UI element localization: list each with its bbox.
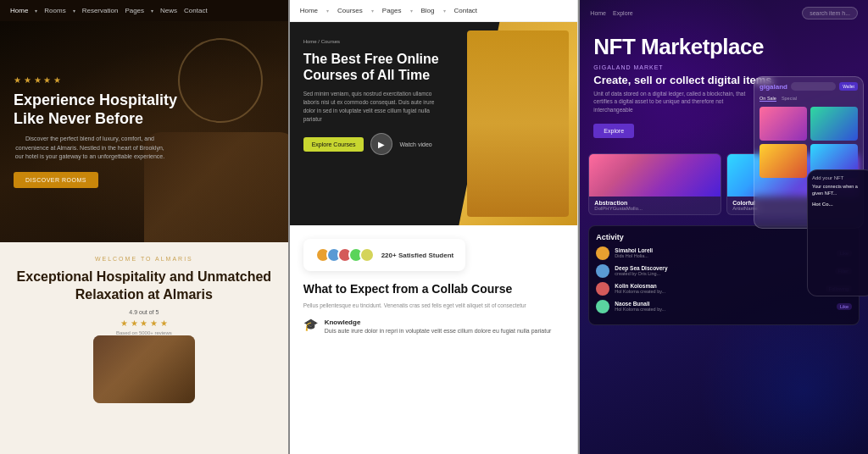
nft-tablet-card-2[interactable]: [810, 107, 858, 141]
nft-activity-name-2: Deep Sea Discovery: [615, 265, 829, 271]
nft-tablet-nav: On Sale Special: [760, 96, 858, 102]
courses-hero-description: Sed minim veniam, quis nostrud exercitat…: [303, 90, 448, 123]
nft-tablet-grid: [760, 107, 858, 178]
hotel-hero-title: Experience Hospitality Like Never Before: [14, 91, 183, 128]
hotel-nav-home[interactable]: Home: [10, 7, 28, 14]
hotel-nav-news[interactable]: News: [160, 7, 177, 14]
hotel-nav-chevron1: ▾: [35, 8, 37, 14]
nft-activity-avatar-1: [596, 246, 609, 260]
nft-activity-info-3: Kolin Kolosman Hol Koloma created by...: [615, 283, 820, 294]
nft-card-image-1: [589, 154, 721, 197]
courses-avatars: [315, 247, 375, 263]
nft-tablet-header: gigaland Wallet: [760, 82, 858, 91]
courses-nav-blog[interactable]: Blog: [421, 7, 435, 14]
nft-tablet-nav-onsale[interactable]: On Sale: [760, 96, 776, 102]
nft-activity-detail-4: Hol Koloma created by...: [615, 307, 832, 312]
nft-activity-info-1: Simahoi Loreli Dids Hol Holia...: [615, 247, 832, 258]
nft-nav-home[interactable]: Home: [590, 10, 606, 16]
nft-main-title: NFT Marketplace: [593, 35, 854, 59]
courses-feature-item: 🎓 Knowledge Duis aute irure dolor in rep…: [303, 318, 565, 334]
courses-nav-chevron2: ▾: [371, 8, 374, 14]
nft-nav: Home Explore search item h...: [580, 0, 868, 26]
nft-activity-name-1: Simahoi Loreli: [615, 247, 832, 253]
hotel-hero: ★ ★ ★ ★ ★ Experience Hospitality Like Ne…: [0, 21, 288, 242]
hotel-nav-contact[interactable]: Contact: [184, 7, 208, 14]
hotel-bottom-title: Exceptional Hospitality and Unmatched Re…: [14, 269, 275, 304]
courses-nav-home[interactable]: Home: [300, 7, 318, 14]
nft-card-1[interactable]: Abstraction DolPHYGustaMollo...: [588, 153, 721, 215]
courses-panel: Home ▾ Courses ▾ Pages ▾ Blog ▾ Contact …: [288, 0, 579, 454]
courses-nav: Home ▾ Courses ▾ Pages ▾ Blog ▾ Contact: [290, 0, 578, 22]
nft-badge-label: GIGALAND MARKET: [593, 64, 854, 70]
nft-tablet-search: [791, 82, 836, 91]
nft-search-bar[interactable]: search item h...: [802, 7, 858, 19]
nft-tablet-logo: gigaland: [760, 83, 787, 91]
courses-bottom-section: 220+ Satisfied Student What to Expect fr…: [290, 225, 578, 454]
hotel-nav-reservation[interactable]: Reservation: [82, 7, 119, 14]
hotel-hero-description: Discover the perfect blend of luxury, co…: [14, 135, 166, 162]
nft-activity-avatar-3: [596, 282, 609, 296]
courses-feature-text: Duis aute irure dolor in repri in volupt…: [325, 328, 552, 334]
nft-activity-name-3: Kolin Kolosman: [615, 283, 820, 289]
nft-tablet-card-1[interactable]: [760, 107, 807, 141]
nft-explore-button[interactable]: Explore: [593, 124, 634, 138]
courses-section-title: What to Expect from a Collab Course: [303, 281, 565, 296]
nft-activity-detail-1: Dids Hol Holia...: [615, 253, 832, 258]
nft-phone-title: Add your NFT: [812, 175, 868, 180]
courses-knowledge-icon: 🎓: [303, 318, 318, 330]
nft-phone-hot-collections: Hot Co...: [812, 202, 868, 207]
courses-nav-contact[interactable]: Contact: [454, 7, 478, 14]
nft-tablet-connect-btn[interactable]: Wallet: [839, 82, 858, 91]
courses-watch-label: Watch video: [399, 141, 431, 147]
hotel-nav: Home ▾ Rooms ▾ Reservation Pages ▾ News …: [0, 0, 288, 21]
nft-activity-avatar-2: [596, 264, 609, 278]
nft-description: Unit of data stored on a digital ledger,…: [593, 90, 763, 114]
nft-tablet-nav-special[interactable]: Special: [782, 96, 797, 102]
courses-hero-person-image: [467, 30, 569, 217]
nft-activity-name-4: Naose Bunali: [615, 301, 832, 307]
hotel-stars: ★ ★ ★ ★ ★: [14, 75, 61, 85]
nft-card-content-1: Abstraction DolPHYGustaMollo...: [589, 197, 721, 214]
hotel-nav-pages[interactable]: Pages: [125, 7, 144, 14]
courses-nav-chevron4: ▾: [443, 8, 446, 14]
nft-activity-badge-4: Like: [837, 303, 852, 310]
courses-satisfied-card: 220+ Satisfied Student: [303, 239, 466, 271]
hotel-room-image: [93, 335, 195, 403]
courses-feature-title: Knowledge: [325, 318, 552, 326]
courses-nav-chevron3: ▾: [410, 8, 413, 14]
courses-avatar-5: [359, 247, 375, 263]
courses-nav-pages[interactable]: Pages: [382, 7, 402, 14]
nft-activity-detail-2: created by Oris Ling...: [615, 271, 829, 276]
hotel-nav-chevron3: ▾: [151, 8, 153, 14]
courses-feature-content: Knowledge Duis aute irure dolor in repri…: [325, 318, 552, 334]
hotel-nav-rooms[interactable]: Rooms: [44, 7, 65, 14]
hotel-bottom-section: WELCOME TO ALMARIS Exceptional Hospitali…: [0, 242, 288, 454]
nft-panel: Home Explore search item h... NFT Market…: [578, 0, 868, 454]
hotel-panel: Home ▾ Rooms ▾ Reservation Pages ▾ News …: [0, 0, 288, 454]
nft-activity-info-2: Deep Sea Discovery created by Oris Ling.…: [615, 265, 829, 276]
courses-explore-button[interactable]: Explore Courses: [303, 137, 364, 152]
courses-hero: Home / Courses The Best Free Online Cour…: [290, 22, 578, 225]
nft-card-author-1: DolPHYGustaMollo...: [594, 206, 715, 211]
nft-activity-item-4: Naose Bunali Hol Koloma created by... Li…: [596, 300, 852, 313]
nft-activity-avatar-4: [596, 300, 609, 313]
nft-tablet-card-3[interactable]: [760, 144, 807, 178]
courses-nav-chevron1: ▾: [326, 8, 329, 14]
nft-nav-explore[interactable]: Explore: [613, 10, 633, 16]
nft-activity-info-4: Naose Bunali Hol Koloma created by...: [615, 301, 832, 312]
nft-card-title-1: Abstraction: [594, 200, 715, 206]
hotel-discover-button[interactable]: DISCOVER ROOMS: [14, 172, 98, 188]
courses-section-description: Pellus pellentesque eu tincidunt. Venena…: [303, 302, 565, 310]
hotel-nav-chevron2: ▾: [73, 8, 75, 14]
courses-satisfied-text: 220+ Satisfied Student: [381, 252, 454, 259]
nft-phone-content: Your connects when a given NFT...: [812, 184, 868, 197]
hotel-welcome-label: WELCOME TO ALMARIS: [95, 256, 193, 262]
hotel-rating-text: 4.9 out of 5: [129, 309, 159, 315]
courses-nav-courses[interactable]: Courses: [337, 7, 363, 14]
nft-phone-mockup: Add your NFT Your connects when a given …: [807, 169, 868, 296]
courses-hero-title: The Best Free Online Courses of All Time: [303, 51, 456, 83]
hotel-rating-stars: ★ ★ ★ ★ ★: [120, 318, 168, 328]
hotel-circle-decoration: [178, 38, 263, 123]
nft-activity-detail-3: Hol Koloma created by...: [615, 289, 820, 294]
courses-play-button[interactable]: ▶: [370, 133, 392, 155]
